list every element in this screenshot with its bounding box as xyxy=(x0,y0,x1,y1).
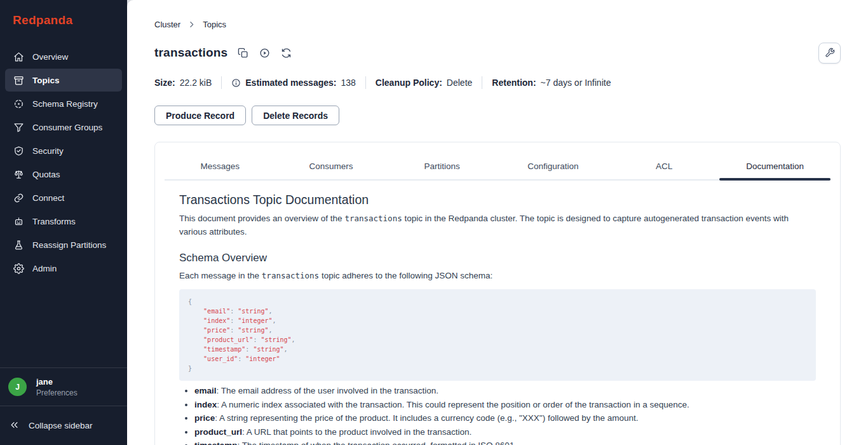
delete-records-button[interactable]: Delete Records xyxy=(252,106,339,125)
page-title: transactions xyxy=(154,46,227,60)
doc-text: Each message in the xyxy=(179,271,262,280)
sidebar-item-reassign-partitions[interactable]: Reassign Partitions xyxy=(5,233,122,256)
code-line: "product_url": "string", xyxy=(188,335,807,345)
sidebar-item-label: Transforms xyxy=(32,217,76,226)
tab-acl[interactable]: ACL xyxy=(609,153,720,179)
code-line: } xyxy=(188,364,807,373)
sidebar-item-topics[interactable]: Topics xyxy=(5,69,122,92)
field-term: timestamp xyxy=(194,441,238,445)
sidebar-item-label: Connect xyxy=(32,193,64,203)
sidebar-item-overview[interactable]: Overview xyxy=(5,45,122,68)
stat-label: Retention: xyxy=(492,78,536,88)
collapse-sidebar-label: Collapse sidebar xyxy=(29,421,93,430)
field-desc: : A string representing the price of the… xyxy=(215,413,638,423)
copy-topic-name-icon[interactable] xyxy=(238,48,248,58)
collapse-sidebar-button[interactable]: Collapse sidebar xyxy=(0,406,127,445)
json-schema-code-block: { "email": "string", "index": "integer",… xyxy=(179,289,816,381)
field-term: index xyxy=(194,400,217,409)
sidebar-item-label: Schema Registry xyxy=(32,99,98,109)
field-desc: : The email address of the user involved… xyxy=(217,386,438,395)
avatar[interactable]: J xyxy=(8,378,27,396)
shield-check-icon xyxy=(13,146,24,156)
tab-partitions[interactable]: Partitions xyxy=(386,153,498,179)
sidebar-item-connect[interactable]: Connect xyxy=(5,186,122,209)
produce-record-button[interactable]: Produce Record xyxy=(154,106,246,125)
doc-text: topic adheres to the following JSON sche… xyxy=(319,271,492,280)
field-item-product_url: product_url: A URL that points to the pr… xyxy=(194,425,816,439)
robot-icon xyxy=(13,216,24,227)
doc-schema-heading: Schema Overview xyxy=(179,252,816,264)
info-icon[interactable] xyxy=(231,78,241,88)
sidebar-item-label: Consumer Groups xyxy=(32,123,102,132)
breadcrumb-cluster[interactable]: Cluster xyxy=(154,20,180,29)
code-line: "index": "integer", xyxy=(188,316,807,325)
code-line: "price": "string", xyxy=(188,325,807,335)
sidebar: Redpanda OverviewTopicsSchema RegistryCo… xyxy=(0,0,127,445)
code-line: "email": "string", xyxy=(188,306,807,316)
stat-label: Estimated messages: xyxy=(245,78,336,88)
sidebar-item-transforms[interactable]: Transforms xyxy=(5,210,122,233)
sidebar-item-quotas[interactable]: Quotas xyxy=(5,163,122,186)
sidebar-item-label: Security xyxy=(32,146,64,156)
tab-configuration[interactable]: Configuration xyxy=(498,153,609,179)
field-term: product_url xyxy=(194,427,242,437)
redpanda-logo[interactable]: Redpanda xyxy=(0,0,127,27)
sidebar-item-label: Admin xyxy=(32,264,57,273)
tab-consumers[interactable]: Consumers xyxy=(276,153,387,179)
topics-box-icon xyxy=(13,75,24,86)
chevron-right-icon xyxy=(187,20,196,29)
stat-divider xyxy=(365,76,366,89)
user-preferences-link[interactable]: Preferences xyxy=(36,388,78,397)
doc-text: This document provides an overview of th… xyxy=(179,214,344,223)
field-item-timestamp: timestamp: The timestamp of when the tra… xyxy=(194,439,816,445)
stat-label: Cleanup Policy: xyxy=(376,78,442,88)
field-item-email: email: The email address of the user inv… xyxy=(194,384,816,398)
tab-documentation[interactable]: Documentation xyxy=(719,153,831,179)
gear-icon xyxy=(13,263,24,274)
code-line: "user_id": "integer" xyxy=(188,354,807,364)
play-circle-icon[interactable] xyxy=(259,48,270,58)
topic-tabs: MessagesConsumersPartitionsConfiguration… xyxy=(165,142,831,181)
stat-label: Size: xyxy=(154,78,175,88)
breadcrumb-topics[interactable]: Topics xyxy=(203,20,226,29)
field-term: price xyxy=(194,413,215,423)
field-term: email xyxy=(194,386,217,395)
tab-messages[interactable]: Messages xyxy=(165,153,276,179)
scales-icon xyxy=(13,169,24,180)
stat-divider xyxy=(482,76,482,89)
field-desc: : A numeric index associated with the tr… xyxy=(217,400,689,409)
user-profile[interactable]: J jane Preferences xyxy=(0,367,127,406)
sidebar-item-label: Overview xyxy=(32,52,68,62)
inline-code: transactions xyxy=(262,271,319,280)
topic-actions: Produce Record Delete Records xyxy=(154,106,841,125)
stat-cleanup-policy: Cleanup Policy:Delete xyxy=(376,78,473,88)
funnel-icon xyxy=(13,122,24,133)
topic-card: MessagesConsumersPartitionsConfiguration… xyxy=(154,142,841,445)
topic-stats: Size:22.2 kiBEstimated messages:138Clean… xyxy=(154,76,841,89)
field-desc: : A URL that points to the product invol… xyxy=(242,427,471,437)
stat-size: Size:22.2 kiB xyxy=(154,78,212,88)
sidebar-item-schema-registry[interactable]: Schema Registry xyxy=(5,92,122,115)
field-desc: : The timestamp of when the transaction … xyxy=(238,441,517,445)
stat-value: Delete xyxy=(447,78,472,88)
sidebar-item-security[interactable]: Security xyxy=(5,139,122,162)
user-name: jane xyxy=(36,377,78,387)
app: Redpanda OverviewTopicsSchema RegistryCo… xyxy=(0,0,868,445)
breadcrumb: Cluster Topics xyxy=(154,19,841,29)
home-icon xyxy=(13,51,24,62)
refresh-icon[interactable] xyxy=(281,48,292,58)
link-icon xyxy=(13,193,24,203)
sidebar-item-admin[interactable]: Admin xyxy=(5,257,122,280)
topic-tools-button[interactable] xyxy=(818,43,841,64)
stat-divider xyxy=(221,76,222,89)
sidebar-item-consumer-groups[interactable]: Consumer Groups xyxy=(5,116,122,139)
stat-value: ~7 days or Infinite xyxy=(541,78,611,88)
stat-value: 22.2 kiB xyxy=(180,78,212,88)
documentation-panel: Transactions Topic Documentation This do… xyxy=(155,181,840,445)
page-header: transactions xyxy=(154,42,841,64)
code-line: "timestamp": "string", xyxy=(188,345,807,354)
stat-value: 138 xyxy=(341,78,355,88)
field-item-price: price: A string representing the price o… xyxy=(194,411,816,425)
field-descriptions: email: The email address of the user inv… xyxy=(179,384,816,445)
chevrons-left-icon xyxy=(10,420,19,432)
